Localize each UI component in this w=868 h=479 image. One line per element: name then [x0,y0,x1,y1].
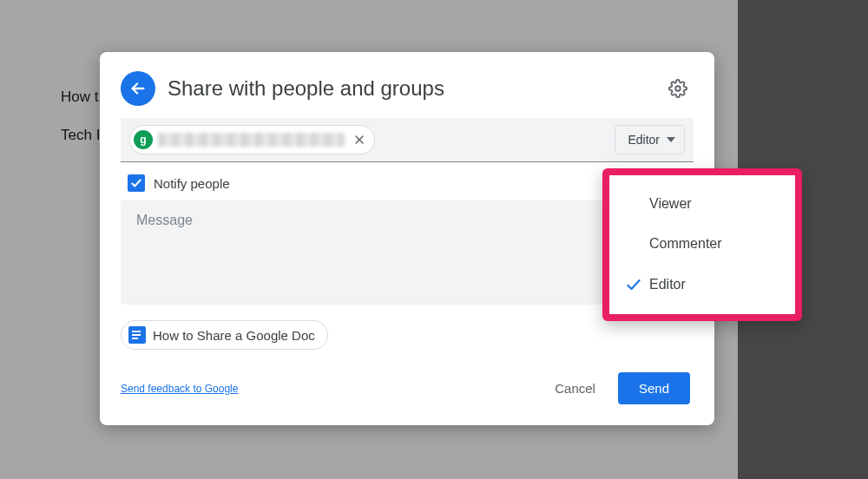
check-icon [625,276,642,293]
role-option-commenter[interactable]: Commenter [609,224,795,264]
person-chip: g [129,125,375,154]
send-button[interactable]: Send [618,372,690,404]
notify-label: Notify people [154,176,230,191]
document-chip: How to Share a Google Doc [121,320,328,350]
cancel-button[interactable]: Cancel [539,372,611,404]
notify-checkbox[interactable] [128,174,145,192]
dialog-footer: Send feedback to Google Cancel Send [100,353,714,410]
avatar: g [134,130,153,149]
arrow-left-icon [128,79,148,98]
docs-icon [128,326,146,344]
role-option-viewer[interactable]: Viewer [609,184,795,224]
chip-email-redacted [158,133,345,147]
document-title: How to Share a Google Doc [153,328,315,343]
dialog-title: Share with people and groups [168,76,662,101]
role-option-label: Viewer [649,196,692,212]
role-dropdown-button[interactable]: Editor [615,125,685,154]
role-option-label: Commenter [649,236,722,252]
role-option-editor[interactable]: Editor [609,264,795,305]
back-button[interactable] [121,71,155,106]
gear-icon [668,79,687,98]
role-dropdown-menu: Viewer Commenter Editor [602,168,802,321]
feedback-link[interactable]: Send feedback to Google [121,383,238,395]
role-option-label: Editor [649,277,686,292]
people-input-section[interactable]: g Editor [121,118,694,162]
caret-down-icon [667,137,675,142]
role-selected-label: Editor [628,133,660,147]
svg-point-1 [675,86,681,91]
remove-chip-button[interactable] [350,130,369,149]
close-icon [352,133,366,147]
check-icon [130,177,142,189]
message-placeholder: Message [136,213,193,227]
settings-button[interactable] [662,73,694,104]
dialog-header: Share with people and groups [100,52,714,118]
check-slot [625,276,649,293]
